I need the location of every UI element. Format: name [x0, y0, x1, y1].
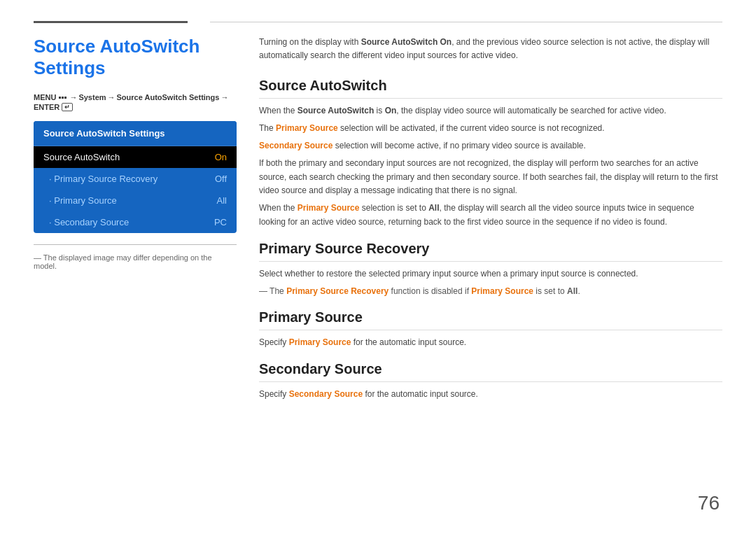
page-title: Source AutoSwitch Settings [34, 36, 237, 79]
ui-panel: Source AutoSwitch Settings Source AutoSw… [34, 121, 237, 233]
panel-item-secondary-source[interactable]: · Secondary Source PC [34, 211, 237, 233]
left-column: Source AutoSwitch Settings MENU → System… [34, 36, 237, 413]
section-source-autoswitch: Source AutoSwitch When the Source AutoSw… [259, 78, 722, 229]
panel-item-source-autoswitch[interactable]: Source AutoSwitch On [34, 146, 237, 168]
intro-bold-1: Source AutoSwitch On [361, 37, 452, 47]
item-value-3: All [217, 195, 227, 206]
section-title-autoswitch: Source AutoSwitch [259, 78, 722, 94]
section-primary-source-recovery: Primary Source Recovery Select whether t… [259, 241, 722, 299]
section-title-recovery: Primary Source Recovery [259, 241, 722, 257]
section-body-autoswitch: When the Source AutoSwitch is On, the di… [259, 104, 722, 229]
footnote-text: ― The displayed image may differ dependi… [34, 253, 212, 270]
intro-paragraph: Turning on the display with Source AutoS… [259, 36, 722, 62]
item-label-3: · Primary Source [49, 195, 117, 206]
section-title-primary: Primary Source [259, 309, 722, 325]
section-body-primary: Specify Primary Source for the automatic… [259, 336, 722, 350]
section-divider-2 [259, 261, 722, 262]
menu-icon [59, 97, 66, 99]
system-label: System [78, 93, 106, 101]
item-label-4: · Secondary Source [49, 217, 129, 227]
arrow1: → [69, 93, 77, 101]
section-title-secondary: Secondary Source [259, 361, 722, 377]
menu-label: MENU [34, 93, 56, 101]
section-divider-3 [259, 330, 722, 330]
panel-title: Source AutoSwitch Settings [34, 121, 237, 146]
panel-item-primary-source[interactable]: · Primary Source All [34, 190, 237, 211]
section-divider-4 [259, 381, 722, 382]
page-number: 76 [698, 492, 720, 514]
enter-icon: ↵ [62, 103, 73, 111]
section-primary-source: Primary Source Specify Primary Source fo… [259, 309, 722, 350]
item-value-2: Off [215, 174, 227, 184]
section-body-recovery: Select whether to restore the selected p… [259, 267, 722, 299]
arrow3: → [220, 93, 228, 101]
panel-item-primary-source-recovery[interactable]: · Primary Source Recovery Off [34, 168, 237, 190]
enter-label: ENTER [34, 103, 59, 111]
item-label-1: Source AutoSwitch [43, 152, 120, 162]
section-divider-1 [259, 98, 722, 99]
item-value-1: On [215, 152, 227, 162]
menu-path: MENU → System → Source AutoSwitch Settin… [34, 93, 237, 111]
section-body-secondary: Specify Secondary Source for the automat… [259, 388, 722, 402]
arrow2: → [108, 93, 115, 101]
item-label-2: · Primary Source Recovery [49, 174, 158, 184]
divider-short [34, 21, 188, 23]
item-value-4: PC [214, 217, 227, 227]
divider-long [210, 22, 722, 22]
right-column: Turning on the display with Source AutoS… [259, 36, 722, 413]
section-secondary-source: Secondary Source Specify Secondary Sourc… [259, 361, 722, 402]
panel-footnote: ― The displayed image may differ dependi… [34, 244, 237, 270]
highlight-label: Source AutoSwitch Settings [117, 93, 220, 101]
